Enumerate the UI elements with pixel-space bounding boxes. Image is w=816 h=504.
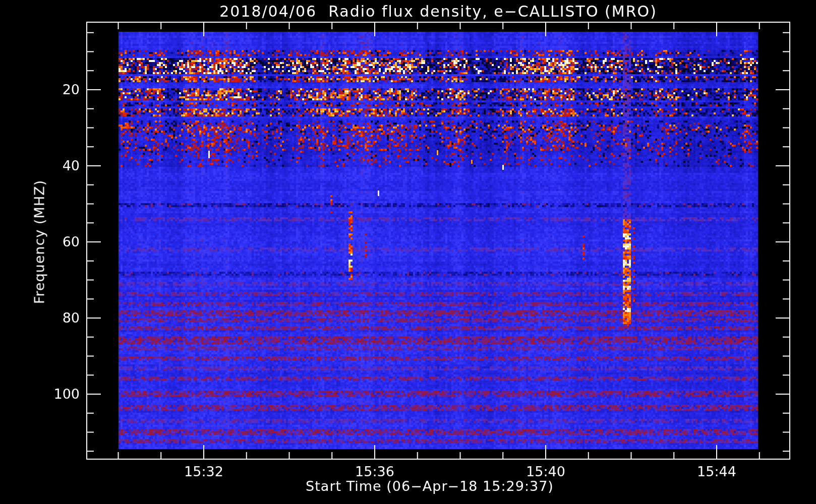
spectrogram-view: 2018/04/06 Radio flux density, e−CALLIST…: [0, 0, 816, 504]
y-tick-label: 100: [20, 386, 80, 402]
y-tick-label: 20: [20, 82, 80, 97]
x-tick-label: 15:32: [173, 464, 234, 479]
chart-title: 2018/04/06 Radio flux density, e−CALLIST…: [219, 3, 657, 20]
y-tick-label: 60: [20, 234, 80, 249]
y-tick-label: 80: [20, 310, 80, 326]
x-tick-label: 15:40: [515, 464, 576, 479]
y-tick-label: 40: [20, 158, 80, 173]
x-axis-label: Start Time (06−Apr−18 15:29:37): [306, 478, 554, 494]
x-tick-label: 15:36: [344, 464, 405, 479]
x-tick-label: 15:44: [686, 464, 747, 479]
spectrogram-canvas: [0, 0, 816, 504]
